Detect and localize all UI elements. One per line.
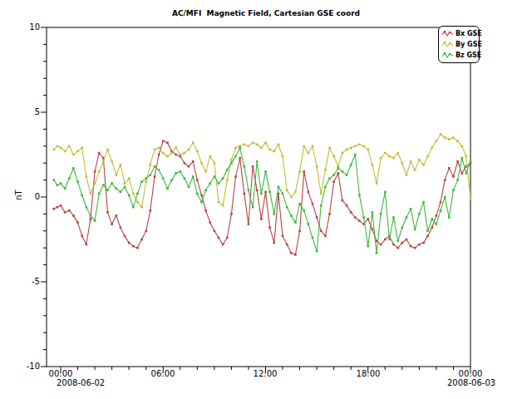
- legend-item-bz: Bz GSE: [441, 50, 479, 61]
- y-tick-label-neg5: -5: [10, 277, 40, 287]
- legend-label-by: By GSE: [456, 41, 482, 48]
- bx-line-marker-icon: [441, 30, 454, 37]
- legend-item-by: By GSE: [441, 39, 479, 50]
- x-date-label-left: 2008-06-02: [57, 378, 105, 387]
- x-tick-label-0600: 06:00: [142, 369, 184, 378]
- x-tick-label-0000-left: 00:00: [40, 369, 81, 378]
- y-tick-label-10: 10: [10, 22, 40, 32]
- legend-label-bx: Bx GSE: [456, 30, 482, 37]
- chart-title: AC/MFI Magnetic Field, Cartesian GSE coo…: [0, 9, 532, 17]
- legend-label-bz: Bz GSE: [456, 52, 481, 59]
- magnetic-field-chart: AC/MFI Magnetic Field, Cartesian GSE coo…: [0, 0, 532, 399]
- y-tick-label-neg10: -10: [10, 362, 40, 372]
- legend-item-bx: Bx GSE: [441, 28, 479, 39]
- legend: Bx GSE By GSE Bz GSE: [438, 26, 480, 63]
- y-axis-title: nT: [14, 190, 23, 200]
- x-tick-label-1800: 18:00: [347, 369, 389, 378]
- x-tick-label-1200: 12:00: [244, 369, 286, 378]
- y-tick-label-5: 5: [10, 107, 40, 117]
- x-tick-label-0000-right: 00:00: [450, 369, 491, 378]
- x-date-label-right: 2008-06-03: [447, 378, 495, 387]
- by-line-marker-icon: [441, 41, 454, 48]
- bz-line-marker-icon: [441, 52, 454, 59]
